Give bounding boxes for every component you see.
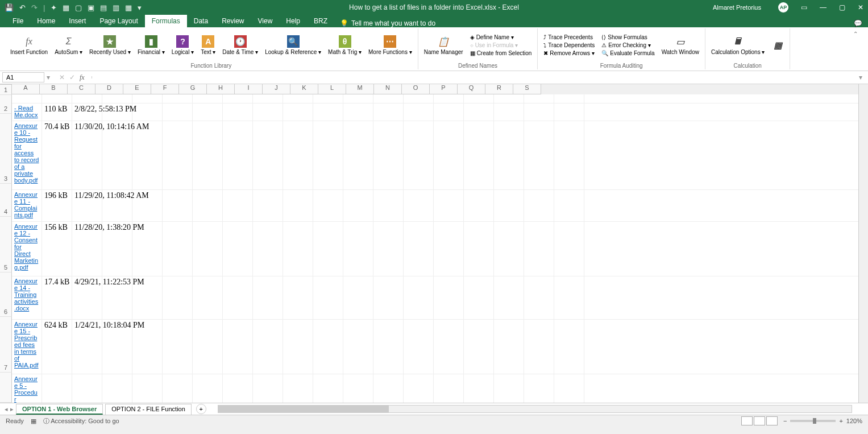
column-header[interactable]: S [513, 84, 541, 94]
row-header[interactable]: 7 [0, 317, 12, 373]
date-cell[interactable]: 11/30/20, 10:14:16 AM [72, 121, 102, 189]
empty-cell[interactable] [313, 94, 343, 103]
tab-insert[interactable]: Insert [62, 15, 93, 27]
empty-cell[interactable] [313, 320, 343, 374]
empty-cell[interactable] [464, 94, 494, 103]
column-header[interactable]: P [430, 84, 458, 94]
minimize-icon[interactable]: — [820, 3, 827, 11]
empty-cell[interactable] [464, 374, 494, 403]
empty-cell[interactable] [494, 276, 524, 319]
column-header[interactable]: D [95, 84, 123, 94]
evaluate-formula-button[interactable]: 🔍 Evaluate Formula [599, 49, 657, 57]
empty-cell[interactable] [404, 276, 434, 319]
file-link-cell[interactable]: Annexure 14 - Training activities.docx [12, 276, 42, 319]
logical-button[interactable]: ?Logical ▾ [169, 34, 196, 56]
empty-cell[interactable] [524, 374, 554, 403]
vertical-scrollbar[interactable] [858, 84, 868, 403]
lookup-button[interactable]: 🔍Lookup & Reference ▾ [263, 34, 323, 56]
empty-cell[interactable] [343, 190, 373, 221]
qat-icon[interactable]: ▤ [100, 3, 107, 12]
empty-cell[interactable] [313, 276, 343, 319]
empty-cell[interactable] [343, 104, 373, 121]
empty-cell[interactable] [253, 320, 283, 374]
file-link-cell[interactable]: Annexure 5 - Procedur [12, 374, 42, 403]
share-icon[interactable]: 💬 [854, 19, 862, 27]
file-size-cell[interactable] [42, 94, 72, 103]
save-icon[interactable]: 💾 [5, 3, 14, 12]
empty-cell[interactable] [373, 190, 404, 221]
user-avatar[interactable]: AP [778, 2, 788, 13]
name-box-dropdown-icon[interactable]: ▾ [44, 73, 52, 81]
qat-icon[interactable]: ▥ [113, 3, 119, 12]
trace-dependents-button[interactable]: ⤵ Trace Dependents [541, 42, 597, 49]
empty-cell[interactable] [554, 94, 584, 103]
empty-cell[interactable] [193, 121, 223, 189]
tab-file[interactable]: File [6, 15, 30, 27]
empty-cell[interactable] [464, 104, 494, 121]
more-functions-button[interactable]: ⋯More Functions ▾ [366, 34, 414, 56]
empty-cell[interactable] [373, 121, 404, 189]
empty-cell[interactable] [343, 276, 373, 319]
file-link-cell[interactable]: Annexure 11 - Complaints.pdf [12, 190, 42, 221]
empty-cell[interactable] [283, 190, 313, 221]
empty-cell[interactable] [434, 374, 464, 403]
empty-cell[interactable] [223, 222, 253, 276]
file-size-cell[interactable]: 624 kB [42, 320, 72, 374]
empty-cell[interactable] [163, 276, 193, 319]
row-header[interactable] [0, 373, 12, 403]
empty-cell[interactable] [524, 276, 554, 319]
empty-cell[interactable] [494, 222, 524, 276]
tab-home[interactable]: Home [30, 15, 62, 27]
empty-cell[interactable] [193, 222, 223, 276]
empty-cell[interactable] [404, 222, 434, 276]
empty-cell[interactable] [524, 121, 554, 189]
column-header[interactable]: R [485, 84, 513, 94]
empty-cell[interactable] [163, 190, 193, 221]
empty-cell[interactable] [253, 121, 283, 189]
math-trig-button[interactable]: θMath & Trig ▾ [326, 34, 364, 56]
empty-cell[interactable] [464, 276, 494, 319]
empty-cell[interactable] [253, 276, 283, 319]
empty-cell[interactable] [283, 222, 313, 276]
file-size-cell[interactable]: 156 kB [42, 222, 72, 276]
trace-precedents-button[interactable]: ⤴ Trace Precedents [541, 34, 597, 41]
empty-cell[interactable] [434, 104, 464, 121]
column-header[interactable]: E [123, 84, 151, 94]
empty-cell[interactable] [163, 104, 193, 121]
redo-icon[interactable]: ↷ [31, 3, 38, 12]
tab-page-layout[interactable]: Page Layout [93, 15, 144, 27]
empty-cell[interactable] [524, 94, 554, 103]
formula-input[interactable] [92, 76, 855, 78]
tab-data[interactable]: Data [187, 15, 215, 27]
empty-cell[interactable] [132, 374, 163, 403]
empty-cell[interactable] [253, 190, 283, 221]
column-header[interactable]: G [179, 84, 207, 94]
column-header[interactable]: B [40, 84, 68, 94]
empty-cell[interactable] [283, 104, 313, 121]
tab-review[interactable]: Review [215, 15, 251, 27]
empty-cell[interactable] [494, 104, 524, 121]
empty-cell[interactable] [253, 104, 283, 121]
sheet-nav[interactable]: ◂▸ [5, 406, 14, 413]
empty-cell[interactable] [343, 94, 373, 103]
empty-cell[interactable] [253, 94, 283, 103]
empty-cell[interactable] [193, 320, 223, 374]
tab-view[interactable]: View [251, 15, 280, 27]
empty-cell[interactable] [132, 121, 163, 189]
empty-cell[interactable] [223, 276, 253, 319]
qat-icon[interactable]: ▢ [75, 3, 82, 12]
accessibility-status[interactable]: ⓘ Accessibility: Good to go [43, 417, 119, 425]
empty-cell[interactable] [283, 374, 313, 403]
empty-cell[interactable] [434, 222, 464, 276]
empty-cell[interactable] [343, 222, 373, 276]
column-header[interactable]: K [290, 84, 318, 94]
empty-cell[interactable] [554, 121, 584, 189]
autosum-button[interactable]: ΣAutoSum ▾ [52, 34, 85, 56]
empty-cell[interactable] [253, 374, 283, 403]
empty-cell[interactable] [283, 276, 313, 319]
empty-cell[interactable] [464, 121, 494, 189]
empty-cell[interactable] [524, 104, 554, 121]
tab-help[interactable]: Help [279, 15, 307, 27]
fx-icon[interactable]: fx [80, 73, 85, 82]
empty-cell[interactable] [373, 94, 404, 103]
